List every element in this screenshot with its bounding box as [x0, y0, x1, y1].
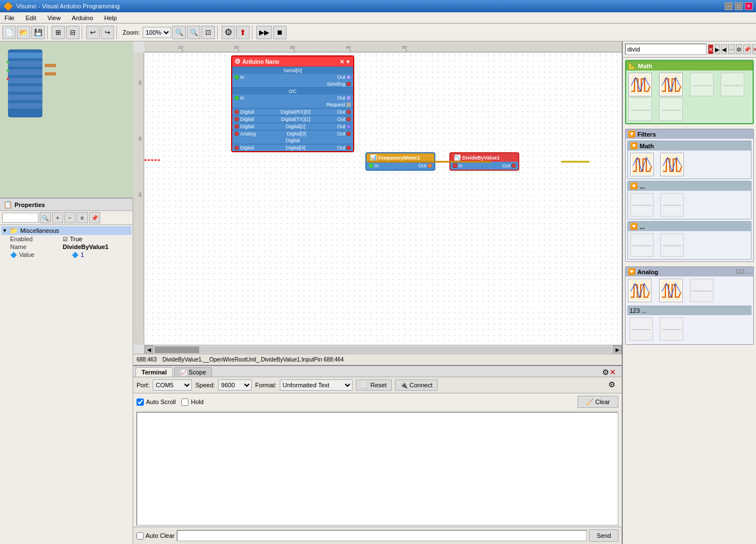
serial-send-row: Sending [232, 81, 353, 87]
freq-in-label: In [374, 163, 379, 168]
filter-math-1[interactable] [630, 153, 654, 176]
grid-button[interactable]: ⊞ [51, 26, 65, 39]
math-comp-6[interactable] [659, 97, 683, 121]
zoom-fit-button[interactable]: ⊡ [201, 26, 215, 39]
i2c-out-pin [346, 96, 351, 100]
menu-help[interactable]: Help [102, 14, 119, 22]
search-clear-button[interactable]: ✕ [708, 44, 713, 54]
send-button[interactable]: Send [589, 529, 618, 542]
open-button[interactable]: 📂 [17, 26, 30, 39]
horizontal-scrollbar[interactable]: ◀ ▶ [144, 345, 622, 354]
tab-scope[interactable]: 📈 Scope [174, 367, 212, 377]
svg-rect-3 [8, 69, 42, 75]
clear-button[interactable]: 🧹 Clear [577, 396, 618, 408]
props-expand-button[interactable]: + [52, 212, 63, 223]
filter-s2-1[interactable] [630, 193, 654, 217]
math-comp-2[interactable] [659, 73, 683, 96]
panel-settings[interactable]: ⚙ ✕ [602, 368, 619, 377]
reset-button[interactable]: ⬜ Reset [356, 379, 392, 391]
filter-math-2[interactable] [660, 153, 684, 176]
zoom-select[interactable]: 100% 75% 125% 150% [143, 27, 171, 38]
hscroll-thumb[interactable] [154, 346, 199, 353]
new-button[interactable]: 📄 [2, 26, 16, 39]
connect-button[interactable]: 🔌 Connect [395, 379, 438, 391]
props-sort-button[interactable]: ≡ [77, 212, 88, 223]
math-comp-4[interactable] [721, 73, 744, 96]
hscroll-track[interactable] [154, 346, 612, 353]
component-search-input[interactable] [625, 44, 707, 55]
search-settings-button[interactable]: ⚙ [736, 44, 742, 54]
run-button[interactable]: ▶▶ [256, 26, 272, 39]
properties-search[interactable] [2, 213, 39, 223]
port-select[interactable]: COM5 COM1 COM2 COM3 COM4 [153, 379, 192, 391]
filters-math-header: 🔽 Math [628, 141, 751, 151]
redo-button[interactable]: ↪ [101, 26, 114, 39]
stop-button[interactable]: ⏹ [273, 26, 287, 39]
menu-view[interactable]: View [45, 14, 63, 22]
close-button[interactable]: ✕ [745, 2, 753, 10]
freq-node-header: 📊 FrequencyMeter1 [367, 153, 434, 162]
props-filter-button[interactable]: 🔍 [40, 212, 51, 223]
math-comp-5[interactable] [628, 97, 652, 121]
autoscroll-checkbox[interactable]: Auto Scroll [137, 398, 176, 406]
svg-text:40: 40 [346, 45, 351, 50]
compile-button[interactable]: ⚙ [222, 26, 235, 39]
upload-button[interactable]: ⬆ [236, 26, 250, 39]
preview-canvas [6, 47, 95, 187]
undo-button[interactable]: ↩ [86, 26, 100, 39]
props-misc-label: Miscellaneous [20, 227, 59, 234]
properties-title: Properties [15, 201, 45, 208]
search-prev-button[interactable]: ◀ [721, 44, 727, 54]
filter-s3-1[interactable] [630, 233, 654, 257]
format-select[interactable]: Unformatted Text Line Protocol [280, 379, 353, 391]
zoom-in-button[interactable]: 🔍 [172, 26, 186, 39]
search-options-button[interactable]: ⋯ [728, 44, 735, 54]
hold-checkbox[interactable]: Hold [181, 398, 204, 406]
settings-icon[interactable]: ⚙ [602, 368, 609, 377]
props-collapse-button[interactable]: − [64, 212, 76, 223]
digital-3-row: Analog Digital[3] Out [232, 130, 353, 137]
tab-terminal[interactable]: Terminal [135, 367, 173, 377]
svg-rect-45 [691, 280, 712, 301]
frequency-meter-node[interactable]: 📊 FrequencyMeter1 In Out [365, 152, 435, 171]
arduino-node[interactable]: ⚙ Arduino Nano ✕ ▼ Serial[0] [231, 55, 354, 152]
menu-arduino[interactable]: Arduino [69, 14, 95, 22]
props-pin-button[interactable]: 📌 [89, 212, 100, 223]
filter-s3-2[interactable] [660, 233, 684, 257]
properties-panel: 📋 Properties 🔍 + − ≡ 📌 ▼ 📁 Miscellaneous… [0, 198, 133, 544]
canvas-content[interactable]: ⚙ Arduino Nano ✕ ▼ Serial[0] [144, 53, 622, 345]
divide-by-value-node[interactable]: 📉 DivideByValue1 In Out [449, 152, 519, 171]
send-input[interactable] [177, 530, 587, 541]
analog-123-1[interactable] [630, 317, 653, 341]
props-value-key: Value [19, 251, 69, 258]
analog-comp-1[interactable] [628, 279, 651, 302]
panel-close-icon[interactable]: ✕ [609, 368, 616, 377]
search-close-button[interactable]: ✕ [752, 44, 756, 54]
analog-123-content [627, 315, 752, 343]
save-button[interactable]: 💾 [31, 26, 45, 39]
zoom-out-button[interactable]: 🔍 [187, 26, 200, 39]
math-comp-3[interactable] [690, 73, 713, 96]
search-pin-button[interactable]: 📌 [743, 44, 751, 54]
minimize-button[interactable]: – [725, 2, 732, 10]
connection-toolbar: Port: COM5 COM1 COM2 COM3 COM4 Speed: 96… [133, 377, 622, 393]
maximize-button[interactable]: □ [735, 2, 743, 10]
panel-config-icon[interactable]: ⚙ [608, 380, 618, 390]
snap-button[interactable]: ⊟ [66, 26, 79, 39]
scroll-right-button[interactable]: ▶ [613, 345, 622, 354]
scroll-left-button[interactable]: ◀ [144, 345, 153, 354]
speed-select[interactable]: 9600 115200 57600 [218, 379, 252, 391]
analog-comp-3[interactable] [690, 279, 713, 302]
svg-rect-35 [630, 99, 650, 119]
sep3 [116, 26, 119, 39]
search-go-button[interactable]: ▶ [715, 44, 720, 54]
menu-edit[interactable]: Edit [24, 14, 39, 22]
serial-section: Serial[0] In Out [232, 67, 353, 87]
filter-s2-2[interactable] [660, 193, 684, 217]
math-comp-1[interactable] [628, 73, 652, 96]
analog-123-2[interactable] [660, 317, 683, 341]
autoclear-checkbox[interactable]: Auto Clear [137, 532, 175, 540]
analog-comp-2[interactable] [659, 279, 683, 302]
menu-file[interactable]: File [2, 14, 17, 22]
analog-section-content [626, 276, 753, 304]
